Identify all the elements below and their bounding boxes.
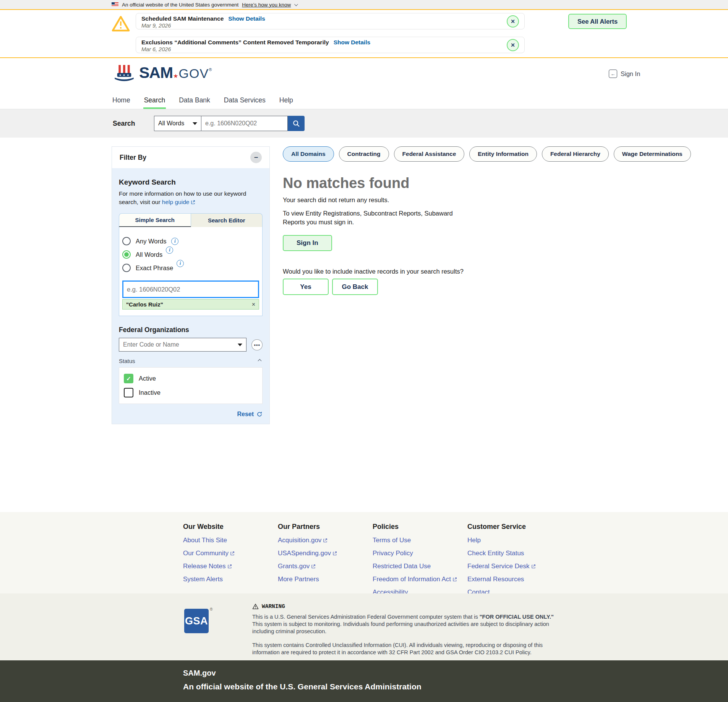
- help-guide-link[interactable]: help guide: [162, 199, 196, 205]
- alert-title: Exclusions “Additional Comments” Content…: [141, 39, 329, 46]
- chip-remove-icon[interactable]: ×: [252, 301, 255, 308]
- tab-simple-search[interactable]: Simple Search: [119, 213, 191, 227]
- show-details-link[interactable]: Show Details: [228, 15, 265, 22]
- yes-button[interactable]: Yes: [283, 279, 329, 295]
- radio-exact-phrase-label: Exact Phrase: [136, 264, 173, 272]
- checkbox-active-label: Active: [139, 375, 156, 382]
- footer-link[interactable]: Check Entity Status: [467, 547, 562, 560]
- nav-item-data-bank[interactable]: Data Bank: [178, 92, 211, 109]
- logo-gov-text: GOV: [179, 67, 209, 80]
- nav-item-home[interactable]: Home: [112, 92, 131, 109]
- warning-small-icon: [252, 603, 259, 610]
- footer-link[interactable]: Restricted Data Use: [373, 560, 467, 573]
- more-options-button[interactable]: •••: [251, 339, 263, 350]
- content-area: Filter By − Keyword Search For more info…: [0, 138, 728, 512]
- info-icon[interactable]: i: [177, 260, 184, 267]
- inactive-records-question: Would you like to include inactive recor…: [283, 268, 691, 275]
- search-submit-button[interactable]: [288, 116, 305, 131]
- svg-text:★: ★: [126, 73, 129, 77]
- footer-site-name: SAM.gov: [183, 669, 728, 678]
- footer-link[interactable]: Terms of Use: [373, 534, 467, 547]
- tab-search-editor[interactable]: Search Editor: [191, 213, 263, 227]
- caret-down-icon: [238, 344, 242, 346]
- nav-item-search[interactable]: Search: [143, 92, 166, 109]
- alert-date: Mar 6, 2026: [141, 46, 501, 52]
- checkbox-inactive-label: Inactive: [139, 389, 161, 396]
- radio-all-words[interactable]: [122, 250, 131, 259]
- keyword-input[interactable]: [122, 280, 259, 298]
- sam-gov-logo[interactable]: ★ ★ ★ SAM★GOV®: [112, 64, 212, 83]
- footer-link[interactable]: Freedom of Information Act: [373, 573, 467, 586]
- alert-card: Exclusions “Additional Comments” Content…: [136, 37, 525, 53]
- how-you-know-link[interactable]: Here’s how you know: [242, 2, 291, 8]
- footer-link[interactable]: USASpending.gov: [278, 547, 373, 560]
- keyword-chip-label: "Carlos Ruiz": [126, 301, 163, 308]
- footer-link[interactable]: System Alerts: [183, 573, 278, 586]
- svg-text:★: ★: [123, 73, 125, 77]
- footer-column-customer-service: Customer Service Help Check Entity Statu…: [467, 523, 562, 593]
- sign-in-note: To view Entity Registrations, Subcontrac…: [283, 209, 471, 227]
- footer-heading: Our Website: [183, 523, 278, 531]
- footer-link[interactable]: Federal Service Desk: [467, 560, 562, 573]
- domain-pill-entity-information[interactable]: Entity Information: [469, 146, 537, 162]
- nav-item-help[interactable]: Help: [279, 92, 294, 109]
- sign-in-link[interactable]: ← Sign In: [609, 70, 640, 78]
- radio-exact-phrase[interactable]: [122, 264, 131, 272]
- alert-close-button[interactable]: ×: [507, 39, 519, 51]
- search-mode-select[interactable]: All Words: [154, 116, 201, 131]
- checkbox-active[interactable]: ✓: [124, 374, 133, 383]
- reset-filters-link[interactable]: Reset: [119, 411, 263, 418]
- reset-icon: [256, 411, 263, 417]
- domain-pill-wage-determinations[interactable]: Wage Determinations: [614, 146, 691, 162]
- external-link-icon: [230, 551, 235, 556]
- footer-link[interactable]: Acquisition.gov: [278, 534, 373, 547]
- nav-item-data-services[interactable]: Data Services: [223, 92, 266, 109]
- results-sign-in-button[interactable]: Sign In: [283, 235, 332, 251]
- domain-pill-all-domains[interactable]: All Domains: [283, 146, 334, 162]
- filter-panel: Filter By − Keyword Search For more info…: [112, 146, 270, 424]
- alert-card: Scheduled SAM Maintenance Show Details M…: [136, 13, 525, 29]
- radio-any-words[interactable]: [122, 237, 131, 245]
- footer-link[interactable]: Release Notes: [183, 560, 278, 573]
- external-link-icon: [191, 200, 195, 204]
- show-details-link[interactable]: Show Details: [334, 39, 370, 46]
- radio-any-words-label: Any Words: [136, 238, 166, 245]
- footer-link[interactable]: Our Community: [183, 547, 278, 560]
- domain-pill-federal-hierarchy[interactable]: Federal Hierarchy: [542, 146, 609, 162]
- keyword-tabs: Simple Search Search Editor: [119, 213, 263, 227]
- federal-orgs-select[interactable]: Enter Code or Name: [119, 338, 246, 352]
- footer-link[interactable]: Help: [467, 534, 562, 547]
- reset-label: Reset: [237, 411, 254, 418]
- magnifier-icon: [292, 120, 300, 128]
- external-link-icon: [227, 564, 232, 569]
- info-icon[interactable]: i: [166, 246, 173, 254]
- domain-pill-federal-assistance[interactable]: Federal Assistance: [394, 146, 465, 162]
- info-icon[interactable]: i: [171, 238, 178, 245]
- footer-identifier: SAM.gov An official website of the U.S. …: [0, 660, 728, 702]
- collapse-filters-button[interactable]: −: [250, 152, 262, 163]
- gov-banner-text: An official website of the United States…: [122, 2, 238, 8]
- footer-column-policies: Policies Terms of Use Privacy Policy Res…: [373, 523, 467, 593]
- no-matches-subtitle: Your search did not return any results.: [283, 196, 691, 204]
- top-search-bar: Search All Words: [0, 109, 728, 138]
- footer-heading: Our Partners: [278, 523, 373, 531]
- footer-link[interactable]: Grants.gov: [278, 560, 373, 573]
- warning-triangle-icon: [112, 15, 130, 32]
- logo-sam-text: SAM: [139, 65, 173, 81]
- see-all-alerts-button[interactable]: See All Alerts: [568, 14, 627, 29]
- go-back-button[interactable]: Go Back: [332, 279, 378, 295]
- footer-link[interactable]: External Resources: [467, 573, 562, 586]
- footer-link[interactable]: Privacy Policy: [373, 547, 467, 560]
- top-search-input[interactable]: [201, 116, 288, 131]
- chevron-up-icon[interactable]: [258, 359, 262, 363]
- warning-title: WARNING: [262, 603, 285, 610]
- footer-column-our-website: Our Website About This Site Our Communit…: [183, 523, 278, 593]
- chevron-down-icon: [294, 2, 298, 6]
- footer-link[interactable]: More Partners: [278, 573, 373, 586]
- footer-link[interactable]: About This Site: [183, 534, 278, 547]
- check-icon: ✓: [126, 375, 131, 382]
- domain-pill-contracting[interactable]: Contracting: [339, 146, 389, 162]
- checkbox-inactive[interactable]: [124, 388, 133, 397]
- external-link-icon: [311, 564, 316, 569]
- alert-close-button[interactable]: ×: [507, 15, 519, 28]
